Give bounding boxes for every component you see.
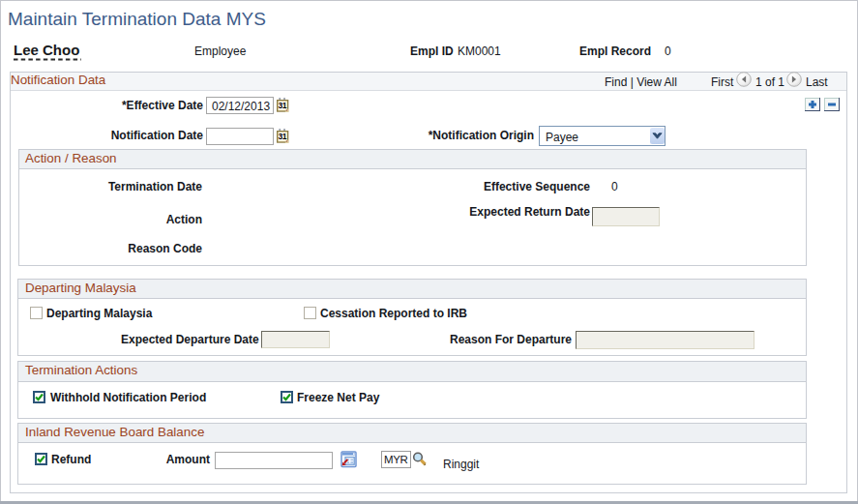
svg-text:31: 31 bbox=[278, 132, 286, 141]
svg-text:31: 31 bbox=[278, 101, 286, 110]
